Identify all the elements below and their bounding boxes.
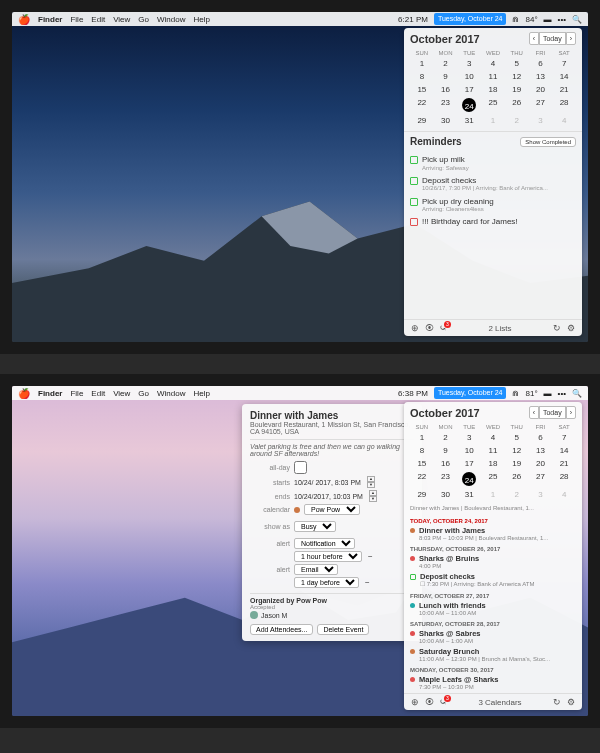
calendar-day[interactable]: 9 xyxy=(434,444,458,457)
calendar-day[interactable]: 16 xyxy=(434,457,458,470)
remove-alert-button[interactable]: − xyxy=(368,552,373,561)
calendar-day[interactable]: 18 xyxy=(481,83,505,96)
show-completed-button[interactable]: Show Completed xyxy=(520,137,576,147)
alert-type-select[interactable]: Notification xyxy=(294,538,355,549)
calendar-day[interactable]: 22 xyxy=(410,96,434,114)
calendar-day[interactable]: 8 xyxy=(410,70,434,83)
event-item[interactable]: Deposit checks☐ 7:30 PM | Arriving: Bank… xyxy=(410,571,576,589)
settings-icon[interactable]: ⚙ xyxy=(566,697,576,707)
calendar-day[interactable]: 20 xyxy=(529,83,553,96)
calendar-day[interactable]: 4 xyxy=(552,114,576,127)
overflow-icon[interactable]: ••• xyxy=(558,15,566,24)
menu-file[interactable]: File xyxy=(70,15,83,24)
calendar-day[interactable]: 25 xyxy=(481,96,505,114)
apple-menu[interactable]: 🍎 xyxy=(18,388,30,399)
menu-help[interactable]: Help xyxy=(193,389,209,398)
calendar-day[interactable]: 1 xyxy=(410,431,434,444)
calendar-day[interactable]: 6 xyxy=(529,431,553,444)
menubar-date[interactable]: Tuesday, October 24 xyxy=(434,387,507,399)
calendar-day[interactable]: 17 xyxy=(457,83,481,96)
calendar-day[interactable]: 11 xyxy=(481,444,505,457)
delete-event-button[interactable]: Delete Event xyxy=(317,624,369,635)
calendar-day[interactable]: 26 xyxy=(505,470,529,488)
search-icon[interactable]: 🔍 xyxy=(572,15,582,24)
footer-count[interactable]: 3 Calendars xyxy=(452,698,548,707)
calendar-day[interactable]: 23 xyxy=(434,96,458,114)
settings-icon[interactable]: ⚙ xyxy=(566,323,576,333)
calendar-day[interactable]: 14 xyxy=(552,70,576,83)
calendar-day[interactable]: 30 xyxy=(434,114,458,127)
calendar-day[interactable]: 4 xyxy=(481,431,505,444)
calendar-day[interactable]: 12 xyxy=(505,70,529,83)
calendar-day[interactable]: 7 xyxy=(552,431,576,444)
menu-window[interactable]: Window xyxy=(157,389,185,398)
calendar-day[interactable]: 17 xyxy=(457,457,481,470)
starts-value[interactable]: 10/24/ 2017, 8:03 PM xyxy=(294,479,361,486)
menubar-date[interactable]: Tuesday, October 24 xyxy=(434,13,507,25)
add-event-button[interactable]: ⊕ xyxy=(410,323,420,333)
event-item[interactable]: Dinner with James8:03 PM – 10:03 PM | Bo… xyxy=(410,525,576,543)
calendar-day[interactable]: 9 xyxy=(434,70,458,83)
menu-file[interactable]: File xyxy=(70,389,83,398)
temp[interactable]: 81° xyxy=(525,389,537,398)
reminder-checkbox[interactable] xyxy=(410,198,418,206)
event-item[interactable]: Lunch with friends10:00 AM – 11:00 AM xyxy=(410,600,576,618)
menu-view[interactable]: View xyxy=(113,389,130,398)
calendar-day[interactable]: 27 xyxy=(529,470,553,488)
next-month-button[interactable]: › xyxy=(566,406,576,419)
menu-view[interactable]: View xyxy=(113,15,130,24)
calendar-day[interactable]: 3 xyxy=(529,114,553,127)
notifications-button[interactable]: ⤿ xyxy=(438,697,448,707)
calendar-day[interactable]: 1 xyxy=(410,57,434,70)
calendar-day[interactable]: 4 xyxy=(481,57,505,70)
temp[interactable]: 84° xyxy=(525,15,537,24)
reminder-checkbox[interactable] xyxy=(410,177,418,185)
calendar-day[interactable]: 7 xyxy=(552,57,576,70)
battery-icon[interactable]: ▬ xyxy=(544,15,552,24)
calendar-day[interactable]: 12 xyxy=(505,444,529,457)
calendar-day[interactable]: 3 xyxy=(457,57,481,70)
calendar-day[interactable]: 14 xyxy=(552,444,576,457)
menu-edit[interactable]: Edit xyxy=(91,389,105,398)
calendar-day[interactable]: 26 xyxy=(505,96,529,114)
calendar-day[interactable]: 8 xyxy=(410,444,434,457)
calendar-day-today[interactable]: 24 xyxy=(457,96,481,114)
calendar-day[interactable]: 2 xyxy=(505,114,529,127)
footer-count[interactable]: 2 Lists xyxy=(452,324,548,333)
calendar-day[interactable]: 21 xyxy=(552,83,576,96)
event-item[interactable]: Sharks @ Sabres10:00 AM – 1:00 AM xyxy=(410,628,576,646)
calendar-day[interactable]: 13 xyxy=(529,70,553,83)
calendar-day[interactable]: 4 xyxy=(552,488,576,501)
calendar-day[interactable]: 23 xyxy=(434,470,458,488)
calendar-day-today[interactable]: 24 xyxy=(457,470,481,488)
reminder-item[interactable]: Deposit checks10/26/17, 7:30 PM | Arrivi… xyxy=(410,174,576,195)
calendar-day[interactable]: 6 xyxy=(529,57,553,70)
alert2-type-select[interactable]: Email xyxy=(294,564,338,575)
add-attendees-button[interactable]: Add Attendees... xyxy=(250,624,313,635)
prev-month-button[interactable]: ‹ xyxy=(529,32,539,45)
remove-alert2-button[interactable]: − xyxy=(365,578,370,587)
overflow-icon[interactable]: ••• xyxy=(558,389,566,398)
refresh-button[interactable]: ↻ xyxy=(552,697,562,707)
app-name[interactable]: Finder xyxy=(38,389,62,398)
app-name[interactable]: Finder xyxy=(38,15,62,24)
ends-value[interactable]: 10/24/2017, 10:03 PM xyxy=(294,493,363,500)
event-item[interactable]: Sharks @ Bruins4:00 PM xyxy=(410,553,576,571)
event-item[interactable]: Maple Leafs @ Sharks7:30 PM – 10:30 PM xyxy=(410,674,576,692)
prev-month-button[interactable]: ‹ xyxy=(529,406,539,419)
calendar-day[interactable]: 1 xyxy=(481,488,505,501)
calendar-day[interactable]: 29 xyxy=(410,488,434,501)
add-event-button[interactable]: ⊕ xyxy=(410,697,420,707)
menu-edit[interactable]: Edit xyxy=(91,15,105,24)
notifications-button[interactable]: ⤿ xyxy=(438,323,448,333)
ends-stepper[interactable]: ▲▼ xyxy=(369,490,377,502)
calendar-day[interactable]: 31 xyxy=(457,114,481,127)
today-button[interactable]: Today xyxy=(539,32,566,45)
calendar-day[interactable]: 22 xyxy=(410,470,434,488)
reminder-item[interactable]: !!! Birthday card for James! xyxy=(410,215,576,229)
battery-icon[interactable]: ▬ xyxy=(544,389,552,398)
reminder-item[interactable]: Pick up dry cleaningArriving: Cleaners4l… xyxy=(410,195,576,216)
alert-time-select[interactable]: 1 hour before xyxy=(294,551,362,562)
pin-button[interactable]: ⦿ xyxy=(424,323,434,333)
today-button[interactable]: Today xyxy=(539,406,566,419)
